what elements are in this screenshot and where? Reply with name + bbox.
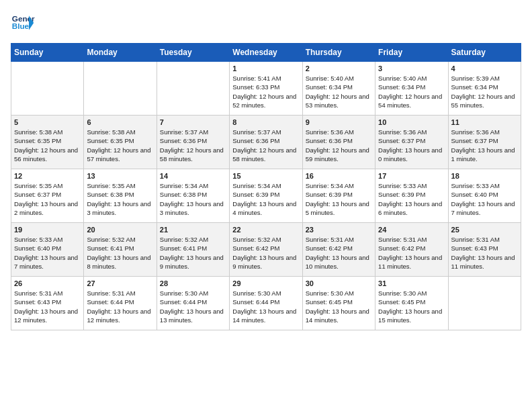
day-cell [84,62,157,116]
day-info: Sunrise: 5:33 AM Sunset: 6:39 PM Dayligh… [378,181,445,217]
day-number: 4 [451,64,518,73]
header-cell-thursday: Thursday [302,44,375,62]
day-cell: 12Sunrise: 5:35 AM Sunset: 6:37 PM Dayli… [11,169,84,223]
day-info: Sunrise: 5:37 AM Sunset: 6:36 PM Dayligh… [160,128,226,163]
day-info: Sunrise: 5:32 AM Sunset: 6:41 PM Dayligh… [87,235,153,271]
day-info: Sunrise: 5:40 AM Sunset: 6:34 PM Dayligh… [306,74,372,109]
day-cell: 8Sunrise: 5:37 AM Sunset: 6:36 PM Daylig… [230,116,302,169]
day-cell: 24Sunrise: 5:31 AM Sunset: 6:42 PM Dayli… [375,223,448,277]
page-header: General Blue [11,11,521,35]
day-number: 19 [14,226,81,234]
day-number: 16 [306,172,372,180]
day-info: Sunrise: 5:30 AM Sunset: 6:44 PM Dayligh… [232,289,299,324]
day-info: Sunrise: 5:38 AM Sunset: 6:35 PM Dayligh… [87,128,153,163]
day-cell: 21Sunrise: 5:32 AM Sunset: 6:41 PM Dayli… [157,223,229,277]
day-cell: 11Sunrise: 5:36 AM Sunset: 6:37 PM Dayli… [448,116,521,169]
day-number: 30 [306,279,372,287]
day-cell: 23Sunrise: 5:31 AM Sunset: 6:42 PM Dayli… [302,223,375,277]
day-number: 18 [451,172,518,180]
day-number: 17 [378,172,445,180]
day-info: Sunrise: 5:36 AM Sunset: 6:36 PM Dayligh… [306,128,372,163]
calendar-table: SundayMondayTuesdayWednesdayThursdayFrid… [11,43,521,330]
day-number: 23 [306,226,372,234]
day-cell: 15Sunrise: 5:34 AM Sunset: 6:39 PM Dayli… [230,169,302,223]
day-number: 27 [87,279,153,287]
week-row-3: 12Sunrise: 5:35 AM Sunset: 6:37 PM Dayli… [11,169,521,223]
day-cell: 9Sunrise: 5:36 AM Sunset: 6:36 PM Daylig… [302,116,375,169]
day-number: 20 [87,226,153,234]
day-cell: 20Sunrise: 5:32 AM Sunset: 6:41 PM Dayli… [84,223,157,277]
day-number: 14 [160,172,226,180]
day-number: 15 [232,172,299,180]
day-number: 25 [451,226,518,234]
day-cell: 22Sunrise: 5:32 AM Sunset: 6:42 PM Dayli… [230,223,302,277]
logo-icon: General Blue [11,11,35,35]
day-info: Sunrise: 5:35 AM Sunset: 6:38 PM Dayligh… [87,181,153,217]
day-number: 9 [306,118,372,126]
svg-text:Blue: Blue [12,21,30,30]
day-info: Sunrise: 5:31 AM Sunset: 6:43 PM Dayligh… [451,235,518,271]
day-info: Sunrise: 5:30 AM Sunset: 6:45 PM Dayligh… [306,289,372,324]
day-cell: 30Sunrise: 5:30 AM Sunset: 6:45 PM Dayli… [302,277,375,330]
day-cell: 5Sunrise: 5:38 AM Sunset: 6:35 PM Daylig… [11,116,84,169]
header-cell-wednesday: Wednesday [230,44,302,62]
day-cell [11,62,84,116]
week-row-2: 5Sunrise: 5:38 AM Sunset: 6:35 PM Daylig… [11,116,521,169]
day-cell: 18Sunrise: 5:33 AM Sunset: 6:40 PM Dayli… [448,169,521,223]
day-number: 12 [14,172,81,180]
day-cell: 3Sunrise: 5:40 AM Sunset: 6:34 PM Daylig… [375,62,448,116]
day-cell: 16Sunrise: 5:34 AM Sunset: 6:39 PM Dayli… [302,169,375,223]
day-cell: 19Sunrise: 5:33 AM Sunset: 6:40 PM Dayli… [11,223,84,277]
day-number: 24 [378,226,445,234]
day-cell: 27Sunrise: 5:31 AM Sunset: 6:44 PM Dayli… [84,277,157,330]
header-cell-tuesday: Tuesday [157,44,229,62]
day-number: 1 [232,64,299,73]
day-info: Sunrise: 5:32 AM Sunset: 6:41 PM Dayligh… [160,235,226,271]
week-row-5: 26Sunrise: 5:31 AM Sunset: 6:43 PM Dayli… [11,277,521,330]
day-info: Sunrise: 5:40 AM Sunset: 6:34 PM Dayligh… [378,74,445,109]
day-info: Sunrise: 5:31 AM Sunset: 6:44 PM Dayligh… [87,289,153,324]
header-cell-sunday: Sunday [11,44,84,62]
day-cell: 2Sunrise: 5:40 AM Sunset: 6:34 PM Daylig… [302,62,375,116]
day-number: 10 [378,118,445,126]
day-number: 2 [306,64,372,73]
day-number: 7 [160,118,226,126]
header-cell-monday: Monday [84,44,157,62]
day-cell: 14Sunrise: 5:34 AM Sunset: 6:38 PM Dayli… [157,169,229,223]
day-number: 31 [378,279,445,287]
day-info: Sunrise: 5:34 AM Sunset: 6:38 PM Dayligh… [160,181,226,217]
day-info: Sunrise: 5:35 AM Sunset: 6:37 PM Dayligh… [14,181,81,217]
day-cell [157,62,229,116]
day-number: 11 [451,118,518,126]
logo: General Blue [11,11,35,35]
day-info: Sunrise: 5:37 AM Sunset: 6:36 PM Dayligh… [232,128,299,163]
header-cell-friday: Friday [375,44,448,62]
day-cell: 26Sunrise: 5:31 AM Sunset: 6:43 PM Dayli… [11,277,84,330]
week-row-4: 19Sunrise: 5:33 AM Sunset: 6:40 PM Dayli… [11,223,521,277]
day-info: Sunrise: 5:34 AM Sunset: 6:39 PM Dayligh… [232,181,299,217]
day-cell: 13Sunrise: 5:35 AM Sunset: 6:38 PM Dayli… [84,169,157,223]
day-number: 21 [160,226,226,234]
day-number: 26 [14,279,81,287]
day-info: Sunrise: 5:33 AM Sunset: 6:40 PM Dayligh… [14,235,81,271]
header-cell-saturday: Saturday [448,44,521,62]
day-info: Sunrise: 5:36 AM Sunset: 6:37 PM Dayligh… [451,128,518,163]
day-cell: 28Sunrise: 5:30 AM Sunset: 6:44 PM Dayli… [157,277,229,330]
day-number: 29 [232,279,299,287]
day-info: Sunrise: 5:34 AM Sunset: 6:39 PM Dayligh… [306,181,372,217]
day-info: Sunrise: 5:30 AM Sunset: 6:44 PM Dayligh… [160,289,226,324]
day-cell: 4Sunrise: 5:39 AM Sunset: 6:34 PM Daylig… [448,62,521,116]
day-cell: 29Sunrise: 5:30 AM Sunset: 6:44 PM Dayli… [230,277,302,330]
day-info: Sunrise: 5:38 AM Sunset: 6:35 PM Dayligh… [14,128,81,163]
day-info: Sunrise: 5:30 AM Sunset: 6:45 PM Dayligh… [378,289,445,324]
day-cell: 7Sunrise: 5:37 AM Sunset: 6:36 PM Daylig… [157,116,229,169]
day-number: 3 [378,64,445,73]
day-info: Sunrise: 5:36 AM Sunset: 6:37 PM Dayligh… [378,128,445,163]
day-number: 22 [232,226,299,234]
day-cell: 6Sunrise: 5:38 AM Sunset: 6:35 PM Daylig… [84,116,157,169]
day-number: 28 [160,279,226,287]
day-cell: 25Sunrise: 5:31 AM Sunset: 6:43 PM Dayli… [448,223,521,277]
day-info: Sunrise: 5:31 AM Sunset: 6:42 PM Dayligh… [306,235,372,271]
week-row-1: 1Sunrise: 5:41 AM Sunset: 6:33 PM Daylig… [11,62,521,116]
header-row: SundayMondayTuesdayWednesdayThursdayFrid… [11,44,521,62]
